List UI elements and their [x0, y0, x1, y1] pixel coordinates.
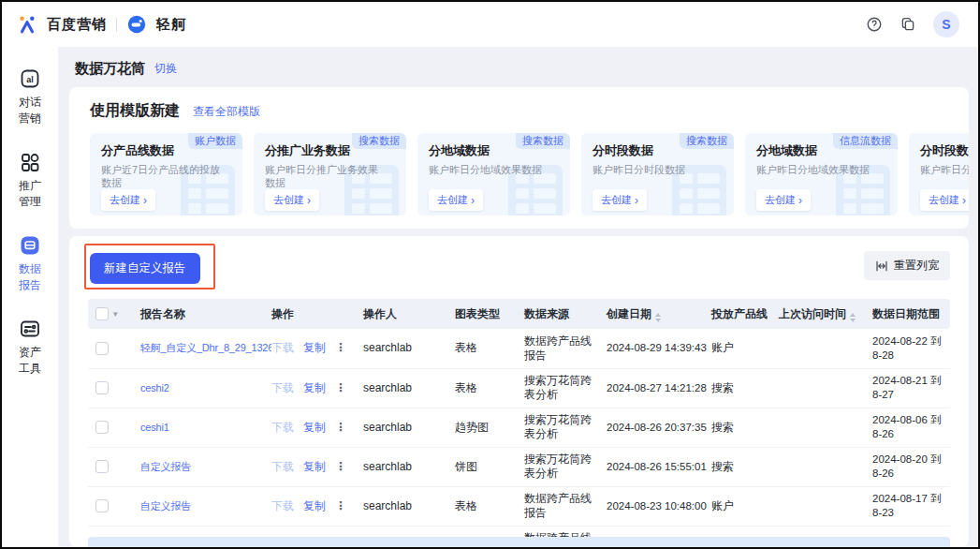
- create-from-template-button[interactable]: 去创建 ›: [101, 189, 155, 211]
- svg-text:al: al: [26, 75, 34, 84]
- create-from-template-button[interactable]: 去创建 ›: [592, 189, 647, 211]
- row-checkbox[interactable]: [95, 421, 109, 434]
- cell-created-date: 2024-08-29 14:39:43: [607, 329, 711, 368]
- download-link[interactable]: 下载: [271, 381, 294, 394]
- cell-actions: 下载复制⋮: [271, 486, 363, 526]
- card-badge: 信息流数据: [833, 133, 898, 149]
- chevron-down-icon[interactable]: ▾: [113, 309, 118, 319]
- reset-width-icon: [875, 260, 888, 273]
- select-all-checkbox[interactable]: [95, 307, 109, 320]
- templates-panel: 使用模版新建 查看全部模版 账户数据 分产品线数据 账户近7日分产品线的投放数据…: [69, 87, 969, 229]
- report-name-link[interactable]: 自定义报告: [140, 461, 191, 472]
- more-actions-button[interactable]: ⋮: [335, 460, 346, 473]
- more-actions-button[interactable]: ⋮: [335, 421, 346, 434]
- cell-chart-type: 饼图: [455, 447, 524, 486]
- row-checkbox[interactable]: [95, 460, 109, 473]
- cell-operator: searchlab: [363, 408, 455, 447]
- more-actions-button[interactable]: ⋮: [335, 341, 346, 354]
- table-row: ceshi1 下载复制⋮ searchlab 趋势图 搜索万花筒跨表分析 202…: [88, 408, 950, 447]
- sidebar-label: 营销: [19, 111, 41, 126]
- chevron-right-icon: ›: [635, 196, 638, 205]
- download-link[interactable]: 下载: [271, 421, 294, 434]
- row-checkbox[interactable]: [95, 499, 109, 512]
- table-row: ceshi2 下载复制⋮ searchlab 表格 搜索万花筒跨表分析 2024…: [88, 368, 950, 408]
- create-from-template-button[interactable]: 去创建 ›: [756, 189, 811, 211]
- download-link[interactable]: 下载: [271, 341, 294, 354]
- card-description: 账户昨日分地域效果数据: [756, 163, 876, 189]
- report-name-link[interactable]: 自定义报告: [140, 500, 191, 512]
- more-actions-button[interactable]: ⋮: [335, 381, 346, 394]
- main-content: 数据万花筒 切换 使用模版新建 查看全部模版 账户数据 分产品线数据 账户近7日…: [58, 47, 978, 547]
- help-icon[interactable]: [866, 16, 883, 33]
- card-description: 账户昨日分时段数据: [920, 163, 969, 189]
- card-description: 账户昨日分地域效果数据: [429, 163, 549, 189]
- sort-icon[interactable]: [655, 313, 661, 322]
- cell-actions: 下载复制⋮: [271, 368, 363, 408]
- more-actions-button[interactable]: ⋮: [335, 499, 346, 512]
- report-name-link[interactable]: ceshi1: [140, 422, 169, 433]
- copy-icon[interactable]: [900, 16, 916, 33]
- table-row: 自定义报告 下载复制⋮ searchlab 表格 数据跨产品线报告 2024-0…: [88, 486, 950, 526]
- sort-icon[interactable]: [850, 313, 856, 322]
- reports-table: ▾ 报告名称 操作 操作人 图表类型 数据来源 创建日期 投放产品线 上次访问时…: [88, 299, 950, 547]
- user-avatar[interactable]: S: [933, 11, 959, 37]
- cell-select: [88, 447, 140, 486]
- data-report-icon: [19, 234, 41, 257]
- sidebar-item-promotion-management[interactable]: 推广 管理: [19, 151, 41, 209]
- col-product-line: 投放产品线: [711, 299, 779, 329]
- row-checkbox[interactable]: [95, 342, 109, 355]
- table-row: 自定义报告 下载复制⋮ searchlab 饼图 搜索万花筒跨表分析 2024-…: [88, 447, 950, 486]
- copy-link[interactable]: 复制: [303, 499, 326, 512]
- cell-operator: searchlab: [363, 486, 455, 526]
- cell-actions: 下载复制⋮: [271, 447, 363, 486]
- topbar-actions: S: [866, 11, 959, 37]
- sidebar-label: 资产: [19, 345, 41, 360]
- cell-last-visit: [779, 486, 872, 526]
- cell-product-line: 搜索: [711, 447, 779, 486]
- create-from-template-button[interactable]: 去创建 ›: [265, 189, 319, 211]
- cell-report-name: ceshi1: [140, 408, 271, 447]
- create-from-template-button[interactable]: 去创建 ›: [429, 189, 483, 211]
- qingge-logo-icon: [126, 14, 147, 35]
- copy-link[interactable]: 复制: [303, 341, 326, 354]
- cell-product-line: 账户: [711, 486, 779, 526]
- download-link[interactable]: 下载: [271, 499, 294, 512]
- cell-date-range: 2024-08-22 到 8-28: [872, 329, 950, 368]
- sidebar-item-data-report[interactable]: 数据 报告: [19, 234, 41, 292]
- reset-column-width-button[interactable]: 重置列宽: [864, 251, 950, 280]
- report-name-link[interactable]: 轻舸_自定义_Dhr_8_29_1326: [140, 342, 271, 353]
- row-checkbox[interactable]: [95, 381, 109, 394]
- create-from-template-button[interactable]: 去创建 ›: [920, 189, 969, 211]
- download-link[interactable]: 下载: [271, 460, 294, 473]
- cell-created-date: 2024-08-26 20:37:35: [607, 408, 711, 447]
- sidebar-item-asset-tools[interactable]: 资产 工具: [19, 318, 41, 376]
- copy-link[interactable]: 复制: [303, 381, 326, 394]
- create-label: 去创建: [929, 193, 959, 207]
- create-label: 去创建: [437, 193, 468, 207]
- switch-link[interactable]: 切换: [154, 61, 177, 77]
- sidebar: al 对话 营销 推广 管理: [2, 47, 58, 547]
- templates-head: 使用模版新建 查看全部模版: [90, 101, 948, 121]
- copy-link[interactable]: 复制: [303, 460, 326, 473]
- page-head: 数据万花筒 切换: [69, 54, 969, 87]
- cell-select: [88, 368, 140, 408]
- cell-chart-type: 表格: [455, 368, 524, 408]
- create-label: 去创建: [110, 193, 140, 207]
- sidebar-label: 推广: [19, 178, 41, 193]
- cell-actions: 下载复制⋮: [271, 329, 363, 368]
- brand-secondary-text: 轻舸: [156, 16, 186, 34]
- sidebar-item-dialog-marketing[interactable]: al 对话 营销: [19, 67, 41, 126]
- horizontal-scrollbar[interactable]: [88, 537, 950, 547]
- report-name-link[interactable]: ceshi2: [140, 382, 169, 393]
- report-table-panel: 新建自定义报告 重置列宽: [69, 236, 969, 547]
- cell-operator: searchlab: [363, 447, 455, 486]
- cell-product-line: 账户: [711, 329, 779, 368]
- view-all-templates-link[interactable]: 查看全部模版: [193, 104, 260, 120]
- cell-created-date: 2024-08-27 14:21:28: [607, 368, 711, 408]
- cell-last-visit: [779, 408, 872, 447]
- table-header-row: ▾ 报告名称 操作 操作人 图表类型 数据来源 创建日期 投放产品线 上次访问时…: [88, 299, 950, 329]
- copy-link[interactable]: 复制: [303, 421, 326, 434]
- card-description: 账户昨日分推广业务效果数据: [265, 163, 385, 189]
- cell-data-source: 搜索万花筒跨表分析: [524, 368, 607, 408]
- new-custom-report-button[interactable]: 新建自定义报告: [90, 253, 200, 284]
